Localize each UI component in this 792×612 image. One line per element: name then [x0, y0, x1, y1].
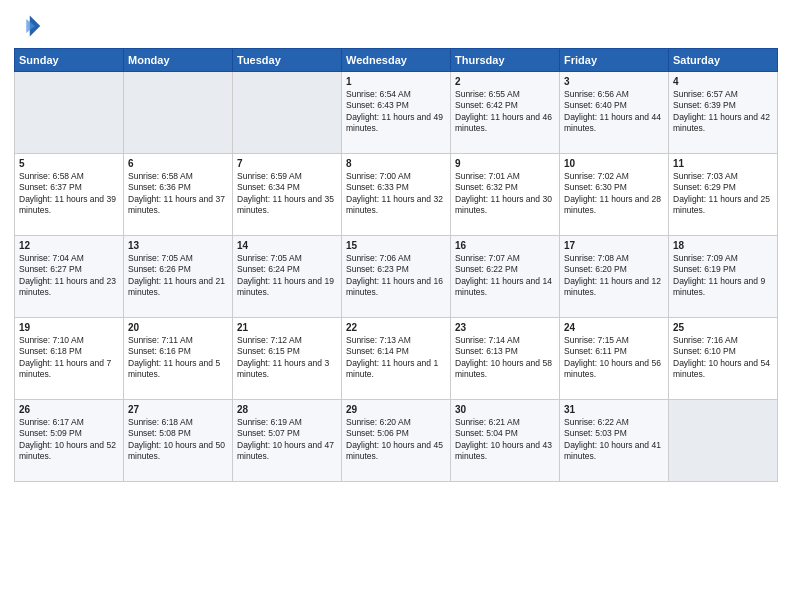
- day-number: 20: [128, 322, 228, 333]
- cell-content: Sunrise: 7:16 AM Sunset: 6:10 PM Dayligh…: [673, 335, 773, 381]
- logo: [14, 12, 46, 40]
- calendar-cell: 30Sunrise: 6:21 AM Sunset: 5:04 PM Dayli…: [451, 400, 560, 482]
- cell-content: Sunrise: 7:09 AM Sunset: 6:19 PM Dayligh…: [673, 253, 773, 299]
- calendar-cell: 19Sunrise: 7:10 AM Sunset: 6:18 PM Dayli…: [15, 318, 124, 400]
- day-number: 6: [128, 158, 228, 169]
- calendar-cell: [124, 72, 233, 154]
- calendar-cell: 8Sunrise: 7:00 AM Sunset: 6:33 PM Daylig…: [342, 154, 451, 236]
- cell-content: Sunrise: 6:59 AM Sunset: 6:34 PM Dayligh…: [237, 171, 337, 217]
- calendar-cell: [669, 400, 778, 482]
- cell-content: Sunrise: 7:10 AM Sunset: 6:18 PM Dayligh…: [19, 335, 119, 381]
- day-number: 17: [564, 240, 664, 251]
- calendar-cell: 1Sunrise: 6:54 AM Sunset: 6:43 PM Daylig…: [342, 72, 451, 154]
- day-number: 15: [346, 240, 446, 251]
- calendar-cell: 10Sunrise: 7:02 AM Sunset: 6:30 PM Dayli…: [560, 154, 669, 236]
- calendar-cell: 2Sunrise: 6:55 AM Sunset: 6:42 PM Daylig…: [451, 72, 560, 154]
- cell-content: Sunrise: 7:05 AM Sunset: 6:24 PM Dayligh…: [237, 253, 337, 299]
- day-number: 8: [346, 158, 446, 169]
- calendar-cell: 20Sunrise: 7:11 AM Sunset: 6:16 PM Dayli…: [124, 318, 233, 400]
- day-number: 11: [673, 158, 773, 169]
- cell-content: Sunrise: 7:06 AM Sunset: 6:23 PM Dayligh…: [346, 253, 446, 299]
- cell-content: Sunrise: 6:54 AM Sunset: 6:43 PM Dayligh…: [346, 89, 446, 135]
- cell-content: Sunrise: 7:02 AM Sunset: 6:30 PM Dayligh…: [564, 171, 664, 217]
- calendar-body: 1Sunrise: 6:54 AM Sunset: 6:43 PM Daylig…: [15, 72, 778, 482]
- calendar-cell: 31Sunrise: 6:22 AM Sunset: 5:03 PM Dayli…: [560, 400, 669, 482]
- week-row-3: 12Sunrise: 7:04 AM Sunset: 6:27 PM Dayli…: [15, 236, 778, 318]
- cell-content: Sunrise: 6:22 AM Sunset: 5:03 PM Dayligh…: [564, 417, 664, 463]
- week-row-5: 26Sunrise: 6:17 AM Sunset: 5:09 PM Dayli…: [15, 400, 778, 482]
- day-number: 23: [455, 322, 555, 333]
- header-cell-monday: Monday: [124, 49, 233, 72]
- day-number: 28: [237, 404, 337, 415]
- header: [14, 12, 778, 40]
- calendar-cell: 15Sunrise: 7:06 AM Sunset: 6:23 PM Dayli…: [342, 236, 451, 318]
- day-number: 2: [455, 76, 555, 87]
- calendar-cell: 3Sunrise: 6:56 AM Sunset: 6:40 PM Daylig…: [560, 72, 669, 154]
- calendar-cell: 24Sunrise: 7:15 AM Sunset: 6:11 PM Dayli…: [560, 318, 669, 400]
- calendar-cell: 27Sunrise: 6:18 AM Sunset: 5:08 PM Dayli…: [124, 400, 233, 482]
- cell-content: Sunrise: 7:01 AM Sunset: 6:32 PM Dayligh…: [455, 171, 555, 217]
- cell-content: Sunrise: 6:58 AM Sunset: 6:37 PM Dayligh…: [19, 171, 119, 217]
- cell-content: Sunrise: 7:13 AM Sunset: 6:14 PM Dayligh…: [346, 335, 446, 381]
- page: SundayMondayTuesdayWednesdayThursdayFrid…: [0, 0, 792, 612]
- day-number: 30: [455, 404, 555, 415]
- day-number: 9: [455, 158, 555, 169]
- calendar-cell: 12Sunrise: 7:04 AM Sunset: 6:27 PM Dayli…: [15, 236, 124, 318]
- day-number: 27: [128, 404, 228, 415]
- calendar-cell: 11Sunrise: 7:03 AM Sunset: 6:29 PM Dayli…: [669, 154, 778, 236]
- calendar-cell: 14Sunrise: 7:05 AM Sunset: 6:24 PM Dayli…: [233, 236, 342, 318]
- day-number: 29: [346, 404, 446, 415]
- week-row-2: 5Sunrise: 6:58 AM Sunset: 6:37 PM Daylig…: [15, 154, 778, 236]
- cell-content: Sunrise: 7:15 AM Sunset: 6:11 PM Dayligh…: [564, 335, 664, 381]
- day-number: 31: [564, 404, 664, 415]
- calendar-cell: [233, 72, 342, 154]
- cell-content: Sunrise: 6:55 AM Sunset: 6:42 PM Dayligh…: [455, 89, 555, 135]
- week-row-1: 1Sunrise: 6:54 AM Sunset: 6:43 PM Daylig…: [15, 72, 778, 154]
- cell-content: Sunrise: 6:18 AM Sunset: 5:08 PM Dayligh…: [128, 417, 228, 463]
- calendar-cell: 9Sunrise: 7:01 AM Sunset: 6:32 PM Daylig…: [451, 154, 560, 236]
- cell-content: Sunrise: 7:11 AM Sunset: 6:16 PM Dayligh…: [128, 335, 228, 381]
- header-cell-thursday: Thursday: [451, 49, 560, 72]
- day-number: 4: [673, 76, 773, 87]
- cell-content: Sunrise: 6:21 AM Sunset: 5:04 PM Dayligh…: [455, 417, 555, 463]
- calendar-cell: 5Sunrise: 6:58 AM Sunset: 6:37 PM Daylig…: [15, 154, 124, 236]
- header-cell-saturday: Saturday: [669, 49, 778, 72]
- day-number: 12: [19, 240, 119, 251]
- calendar-cell: 4Sunrise: 6:57 AM Sunset: 6:39 PM Daylig…: [669, 72, 778, 154]
- cell-content: Sunrise: 6:56 AM Sunset: 6:40 PM Dayligh…: [564, 89, 664, 135]
- calendar-cell: 29Sunrise: 6:20 AM Sunset: 5:06 PM Dayli…: [342, 400, 451, 482]
- cell-content: Sunrise: 7:12 AM Sunset: 6:15 PM Dayligh…: [237, 335, 337, 381]
- calendar-cell: 18Sunrise: 7:09 AM Sunset: 6:19 PM Dayli…: [669, 236, 778, 318]
- cell-content: Sunrise: 7:08 AM Sunset: 6:20 PM Dayligh…: [564, 253, 664, 299]
- cell-content: Sunrise: 7:03 AM Sunset: 6:29 PM Dayligh…: [673, 171, 773, 217]
- day-number: 13: [128, 240, 228, 251]
- header-cell-wednesday: Wednesday: [342, 49, 451, 72]
- calendar-cell: 6Sunrise: 6:58 AM Sunset: 6:36 PM Daylig…: [124, 154, 233, 236]
- cell-content: Sunrise: 6:58 AM Sunset: 6:36 PM Dayligh…: [128, 171, 228, 217]
- calendar-table: SundayMondayTuesdayWednesdayThursdayFrid…: [14, 48, 778, 482]
- calendar-cell: 21Sunrise: 7:12 AM Sunset: 6:15 PM Dayli…: [233, 318, 342, 400]
- day-number: 16: [455, 240, 555, 251]
- cell-content: Sunrise: 7:07 AM Sunset: 6:22 PM Dayligh…: [455, 253, 555, 299]
- day-number: 21: [237, 322, 337, 333]
- calendar-cell: 22Sunrise: 7:13 AM Sunset: 6:14 PM Dayli…: [342, 318, 451, 400]
- calendar-cell: 23Sunrise: 7:14 AM Sunset: 6:13 PM Dayli…: [451, 318, 560, 400]
- day-number: 19: [19, 322, 119, 333]
- calendar-cell: 26Sunrise: 6:17 AM Sunset: 5:09 PM Dayli…: [15, 400, 124, 482]
- day-number: 14: [237, 240, 337, 251]
- calendar-cell: 7Sunrise: 6:59 AM Sunset: 6:34 PM Daylig…: [233, 154, 342, 236]
- day-number: 10: [564, 158, 664, 169]
- cell-content: Sunrise: 7:14 AM Sunset: 6:13 PM Dayligh…: [455, 335, 555, 381]
- day-number: 3: [564, 76, 664, 87]
- calendar-header: SundayMondayTuesdayWednesdayThursdayFrid…: [15, 49, 778, 72]
- cell-content: Sunrise: 7:00 AM Sunset: 6:33 PM Dayligh…: [346, 171, 446, 217]
- cell-content: Sunrise: 7:04 AM Sunset: 6:27 PM Dayligh…: [19, 253, 119, 299]
- calendar-cell: 25Sunrise: 7:16 AM Sunset: 6:10 PM Dayli…: [669, 318, 778, 400]
- logo-icon: [14, 12, 42, 40]
- day-number: 22: [346, 322, 446, 333]
- day-number: 18: [673, 240, 773, 251]
- header-row: SundayMondayTuesdayWednesdayThursdayFrid…: [15, 49, 778, 72]
- calendar-cell: 17Sunrise: 7:08 AM Sunset: 6:20 PM Dayli…: [560, 236, 669, 318]
- day-number: 26: [19, 404, 119, 415]
- header-cell-sunday: Sunday: [15, 49, 124, 72]
